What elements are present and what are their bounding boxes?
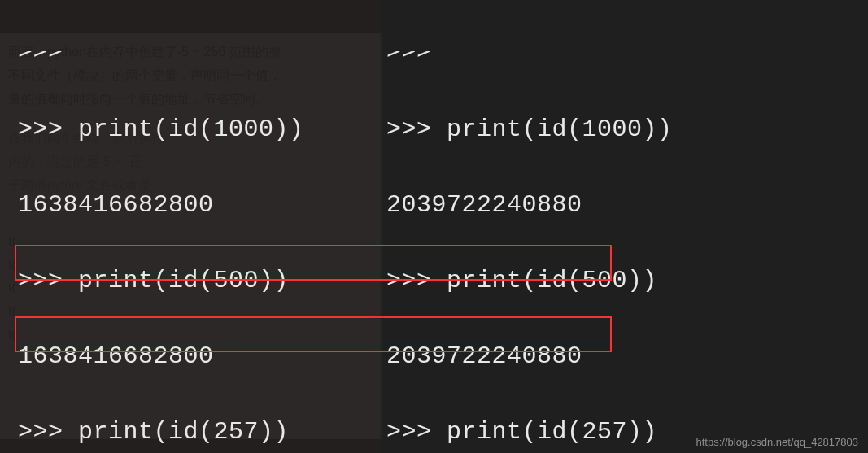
terminal-left[interactable]: >>> >>> print(id(1000)) 1638416682800 >>… <box>0 0 380 453</box>
terminal-line: 1638416682800 <box>18 192 380 219</box>
terminal-line: >>> print(id(500)) <box>18 268 380 294</box>
terminal-pair: >>> >>> print(id(1000)) 1638416682800 >>… <box>0 0 868 453</box>
terminal-right[interactable]: >>> >>> print(id(1000)) 2039722240880 >>… <box>380 0 868 453</box>
terminal-line: >>> <box>386 51 868 68</box>
terminal-line: >>> print(id(1000)) <box>386 116 868 143</box>
terminal-line: 2039722240880 <box>386 343 868 370</box>
terminal-line: >>> <box>18 51 380 68</box>
terminal-line: 1638416682800 <box>18 343 380 370</box>
terminal-line: >>> print(id(257)) <box>18 419 380 446</box>
terminal-line: >>> print(id(500)) <box>386 268 868 294</box>
terminal-line: >>> print(id(1000)) <box>18 116 380 143</box>
watermark-text: https://blog.csdn.net/qq_42817803 <box>696 436 859 448</box>
terminal-line: 2039722240880 <box>386 192 868 219</box>
